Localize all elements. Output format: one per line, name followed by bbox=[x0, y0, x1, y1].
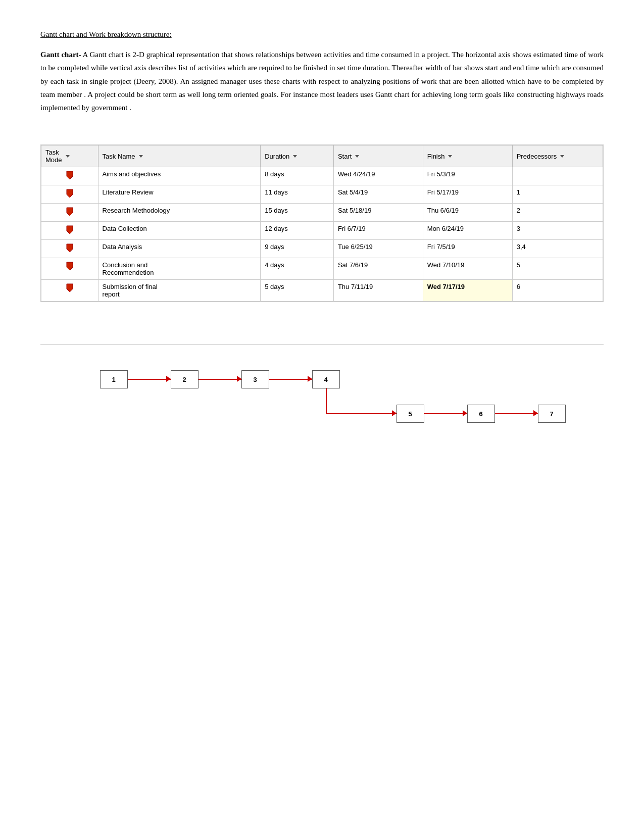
wbs-arrow-6-7 bbox=[495, 413, 538, 414]
finish-dropdown-icon[interactable] bbox=[448, 155, 452, 158]
task-name-cell: Conclusion and Recommendetion bbox=[98, 258, 261, 280]
start-cell: Sat 5/4/19 bbox=[333, 185, 423, 204]
task-name-dropdown-icon[interactable] bbox=[139, 155, 143, 158]
finish-cell: Wed 7/10/19 bbox=[423, 258, 512, 280]
finish-cell: Fri 5/3/19 bbox=[423, 167, 512, 185]
start-cell: Fri 6/7/19 bbox=[333, 222, 423, 240]
wbs-arrowhead-3-4 bbox=[308, 376, 312, 382]
task-name-cell: Literature Review bbox=[98, 185, 261, 204]
start-cell: Wed 4/24/19 bbox=[333, 167, 423, 185]
task-name-cell: Aims and objectives bbox=[98, 167, 261, 185]
duration-cell: 15 days bbox=[261, 204, 334, 222]
wbs-arrow-5-6 bbox=[424, 413, 467, 414]
task-mode-icon bbox=[65, 170, 75, 180]
wbs-node-5: 5 bbox=[397, 405, 424, 423]
col-header-task-name-label: Task Name bbox=[103, 153, 135, 160]
start-dropdown-icon[interactable] bbox=[355, 155, 359, 158]
table-row: Data Analysis9 daysTue 6/25/19Fri 7/5/19… bbox=[41, 240, 603, 258]
duration-cell: 9 days bbox=[261, 240, 334, 258]
predecessors-cell: 6 bbox=[512, 280, 603, 302]
task-mode-cell bbox=[41, 222, 98, 240]
duration-cell: 5 days bbox=[261, 280, 334, 302]
finish-cell: Fri 5/17/19 bbox=[423, 185, 512, 204]
predecessors-cell: 3,4 bbox=[512, 240, 603, 258]
task-name-cell: Data Analysis bbox=[98, 240, 261, 258]
col-header-task-mode[interactable]: TaskMode bbox=[41, 145, 98, 167]
wbs-node-3: 3 bbox=[241, 370, 269, 388]
col-header-finish[interactable]: Finish bbox=[423, 145, 512, 167]
duration-cell: 4 days bbox=[261, 258, 334, 280]
predecessors-cell bbox=[512, 167, 603, 185]
start-cell: Thu 7/11/19 bbox=[333, 280, 423, 302]
task-mode-icon bbox=[65, 207, 75, 217]
table-row: Submission of final report5 daysThu 7/11… bbox=[41, 280, 603, 302]
wbs-node-6: 6 bbox=[467, 405, 495, 423]
wbs-arrow-2-3 bbox=[199, 379, 241, 380]
wbs-arrow-3-4 bbox=[269, 379, 312, 380]
task-mode-icon bbox=[65, 261, 75, 271]
predecessors-cell: 2 bbox=[512, 204, 603, 222]
gantt-term: Gantt chart- bbox=[40, 51, 81, 59]
task-mode-cell bbox=[41, 258, 98, 280]
task-mode-dropdown-icon[interactable] bbox=[66, 155, 70, 158]
wbs-node-4: 4 bbox=[312, 370, 340, 388]
table-row: Research Methodology15 daysSat 5/18/19Th… bbox=[41, 204, 603, 222]
wbs-arrow-4-down bbox=[326, 388, 327, 414]
finish-cell: Thu 6/6/19 bbox=[423, 204, 512, 222]
task-mode-icon bbox=[65, 188, 75, 199]
wbs-node-7: 7 bbox=[538, 405, 566, 423]
wbs-arrowhead-6-7 bbox=[533, 410, 538, 416]
section-title: Gantt chart and Work breakdown structure… bbox=[40, 30, 604, 39]
gantt-table: TaskMode Task Name Duration bbox=[41, 145, 603, 302]
predecessors-cell: 5 bbox=[512, 258, 603, 280]
body-paragraph: Gantt chart- A Gantt chart is 2-D graphi… bbox=[40, 48, 604, 114]
col-header-duration-label: Duration bbox=[265, 153, 289, 160]
task-mode-icon bbox=[65, 283, 75, 293]
table-row: Aims and objectives8 daysWed 4/24/19Fri … bbox=[41, 167, 603, 185]
predecessors-cell: 1 bbox=[512, 185, 603, 204]
task-mode-cell bbox=[41, 167, 98, 185]
start-cell: Sat 5/18/19 bbox=[333, 204, 423, 222]
predecessors-dropdown-icon[interactable] bbox=[560, 155, 564, 158]
wbs-arrow-4-right bbox=[326, 413, 397, 414]
task-mode-icon bbox=[65, 243, 75, 253]
finish-cell: Fri 7/5/19 bbox=[423, 240, 512, 258]
duration-cell: 12 days bbox=[261, 222, 334, 240]
duration-cell: 11 days bbox=[261, 185, 334, 204]
duration-cell: 8 days bbox=[261, 167, 334, 185]
wbs-arrowhead-1-2 bbox=[166, 376, 171, 382]
col-header-predecessors[interactable]: Predecessors bbox=[512, 145, 603, 167]
wbs-arrowhead-2-3 bbox=[237, 376, 241, 382]
gantt-table-wrapper: TaskMode Task Name Duration bbox=[40, 144, 604, 302]
wbs-section: 1 2 3 4 5 bbox=[40, 345, 604, 441]
finish-cell: Wed 7/17/19 bbox=[423, 280, 512, 302]
task-name-cell: Research Methodology bbox=[98, 204, 261, 222]
duration-dropdown-icon[interactable] bbox=[293, 155, 297, 158]
wbs-node-2: 2 bbox=[171, 370, 199, 388]
gantt-description: A Gantt chart is 2-D graphical represent… bbox=[40, 51, 604, 112]
col-header-duration[interactable]: Duration bbox=[261, 145, 334, 167]
wbs-arrowhead-5-6 bbox=[463, 410, 467, 416]
start-cell: Tue 6/25/19 bbox=[333, 240, 423, 258]
col-header-start-label: Start bbox=[338, 153, 352, 160]
start-cell: Sat 7/6/19 bbox=[333, 258, 423, 280]
predecessors-cell: 3 bbox=[512, 222, 603, 240]
task-mode-cell bbox=[41, 204, 98, 222]
wbs-diagram: 1 2 3 4 5 bbox=[95, 360, 550, 441]
task-mode-icon bbox=[65, 225, 75, 235]
task-name-cell: Data Collection bbox=[98, 222, 261, 240]
col-header-finish-label: Finish bbox=[427, 153, 445, 160]
col-header-start[interactable]: Start bbox=[333, 145, 423, 167]
wbs-node-1: 1 bbox=[100, 370, 128, 388]
table-row: Conclusion and Recommendetion4 daysSat 7… bbox=[41, 258, 603, 280]
task-mode-cell bbox=[41, 240, 98, 258]
wbs-arrow-1-2 bbox=[128, 379, 171, 380]
wbs-arrowhead-4-5 bbox=[392, 410, 397, 416]
table-row: Data Collection12 daysFri 6/7/19Mon 6/24… bbox=[41, 222, 603, 240]
task-mode-cell bbox=[41, 185, 98, 204]
col-header-predecessors-label: Predecessors bbox=[517, 153, 557, 160]
task-name-cell: Submission of final report bbox=[98, 280, 261, 302]
finish-cell: Mon 6/24/19 bbox=[423, 222, 512, 240]
task-mode-cell bbox=[41, 280, 98, 302]
col-header-task-name[interactable]: Task Name bbox=[98, 145, 261, 167]
